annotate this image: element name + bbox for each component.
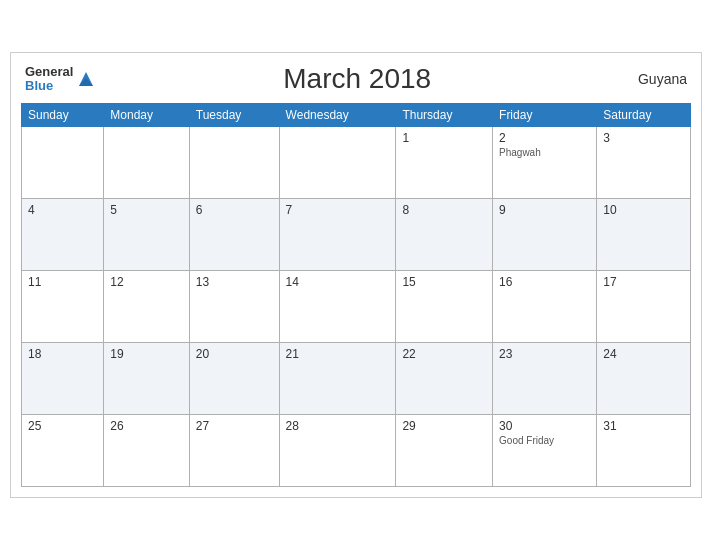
day-number: 11 xyxy=(28,275,97,289)
calendar-cell xyxy=(22,127,104,199)
day-number: 29 xyxy=(402,419,486,433)
day-number: 6 xyxy=(196,203,273,217)
calendar-cell: 21 xyxy=(279,343,396,415)
day-number: 4 xyxy=(28,203,97,217)
header-wednesday: Wednesday xyxy=(279,104,396,127)
day-number: 3 xyxy=(603,131,684,145)
calendar-cell: 12 xyxy=(104,271,189,343)
day-number: 10 xyxy=(603,203,684,217)
calendar-title: March 2018 xyxy=(97,63,617,95)
calendar-cell: 20 xyxy=(189,343,279,415)
day-headers-row: Sunday Monday Tuesday Wednesday Thursday… xyxy=(22,104,691,127)
calendar-week-5: 252627282930Good Friday31 xyxy=(22,415,691,487)
day-number: 27 xyxy=(196,419,273,433)
day-number: 7 xyxy=(286,203,390,217)
day-number: 8 xyxy=(402,203,486,217)
day-number: 30 xyxy=(499,419,590,433)
day-number: 14 xyxy=(286,275,390,289)
calendar-cell: 1 xyxy=(396,127,493,199)
calendar-cell: 27 xyxy=(189,415,279,487)
calendar-cell: 22 xyxy=(396,343,493,415)
calendar-cell xyxy=(104,127,189,199)
calendar-week-2: 45678910 xyxy=(22,199,691,271)
day-number: 5 xyxy=(110,203,182,217)
day-number: 25 xyxy=(28,419,97,433)
day-number: 13 xyxy=(196,275,273,289)
calendar-cell: 16 xyxy=(493,271,597,343)
calendar-cell: 6 xyxy=(189,199,279,271)
calendar-week-1: 12Phagwah3 xyxy=(22,127,691,199)
calendar-container: General Blue March 2018 Guyana Sunday Mo… xyxy=(10,52,702,498)
holiday-name: Phagwah xyxy=(499,147,590,158)
day-number: 2 xyxy=(499,131,590,145)
day-number: 18 xyxy=(28,347,97,361)
day-number: 21 xyxy=(286,347,390,361)
header-tuesday: Tuesday xyxy=(189,104,279,127)
calendar-cell xyxy=(279,127,396,199)
calendar-table: Sunday Monday Tuesday Wednesday Thursday… xyxy=(21,103,691,487)
day-number: 12 xyxy=(110,275,182,289)
day-number: 22 xyxy=(402,347,486,361)
calendar-week-4: 18192021222324 xyxy=(22,343,691,415)
country-name: Guyana xyxy=(617,71,687,87)
calendar-cell: 25 xyxy=(22,415,104,487)
header-sunday: Sunday xyxy=(22,104,104,127)
day-number: 26 xyxy=(110,419,182,433)
header-friday: Friday xyxy=(493,104,597,127)
calendar-cell: 9 xyxy=(493,199,597,271)
calendar-cell: 26 xyxy=(104,415,189,487)
calendar-cell: 15 xyxy=(396,271,493,343)
calendar-cell: 24 xyxy=(597,343,691,415)
day-number: 23 xyxy=(499,347,590,361)
header-thursday: Thursday xyxy=(396,104,493,127)
day-number: 31 xyxy=(603,419,684,433)
calendar-cell: 13 xyxy=(189,271,279,343)
calendar-cell: 31 xyxy=(597,415,691,487)
calendar-cell: 14 xyxy=(279,271,396,343)
logo-general-text: General xyxy=(25,65,73,79)
calendar-cell: 28 xyxy=(279,415,396,487)
day-number: 20 xyxy=(196,347,273,361)
day-number: 17 xyxy=(603,275,684,289)
day-number: 9 xyxy=(499,203,590,217)
day-number: 1 xyxy=(402,131,486,145)
calendar-header: General Blue March 2018 Guyana xyxy=(21,63,691,95)
calendar-cell: 7 xyxy=(279,199,396,271)
calendar-cell: 8 xyxy=(396,199,493,271)
calendar-cell: 5 xyxy=(104,199,189,271)
logo: General Blue xyxy=(25,65,97,94)
calendar-cell: 3 xyxy=(597,127,691,199)
calendar-week-3: 11121314151617 xyxy=(22,271,691,343)
day-number: 15 xyxy=(402,275,486,289)
day-number: 16 xyxy=(499,275,590,289)
calendar-cell: 29 xyxy=(396,415,493,487)
calendar-cell: 18 xyxy=(22,343,104,415)
day-number: 28 xyxy=(286,419,390,433)
calendar-cell: 11 xyxy=(22,271,104,343)
day-number: 19 xyxy=(110,347,182,361)
header-saturday: Saturday xyxy=(597,104,691,127)
header-monday: Monday xyxy=(104,104,189,127)
calendar-cell: 23 xyxy=(493,343,597,415)
calendar-cell: 30Good Friday xyxy=(493,415,597,487)
calendar-cell: 2Phagwah xyxy=(493,127,597,199)
calendar-cell: 17 xyxy=(597,271,691,343)
holiday-name: Good Friday xyxy=(499,435,590,446)
logo-blue-text: Blue xyxy=(25,79,73,93)
calendar-cell: 19 xyxy=(104,343,189,415)
day-number: 24 xyxy=(603,347,684,361)
calendar-cell: 10 xyxy=(597,199,691,271)
calendar-cell: 4 xyxy=(22,199,104,271)
calendar-cell xyxy=(189,127,279,199)
logo-icon xyxy=(75,68,97,90)
